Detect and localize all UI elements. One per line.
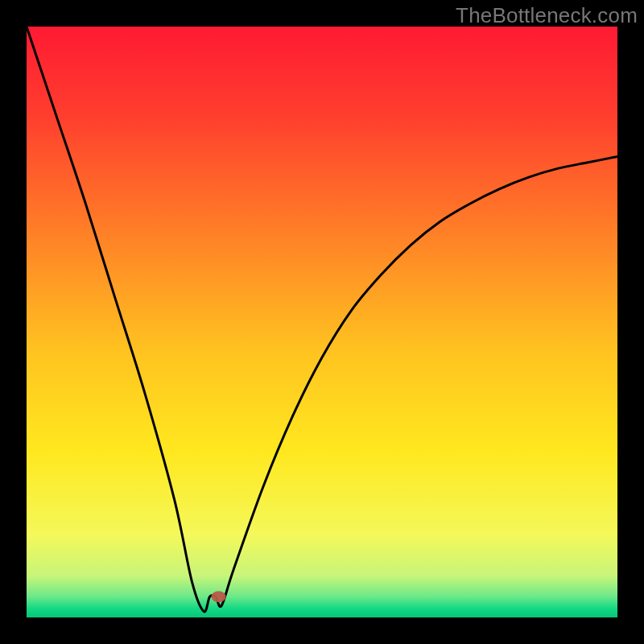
bottleneck-chart [0,0,644,644]
minimum-marker [212,591,226,602]
attribution-text: TheBottleneck.com [456,3,638,28]
plot-background [27,27,617,617]
chart-frame: TheBottleneck.com [0,0,644,644]
